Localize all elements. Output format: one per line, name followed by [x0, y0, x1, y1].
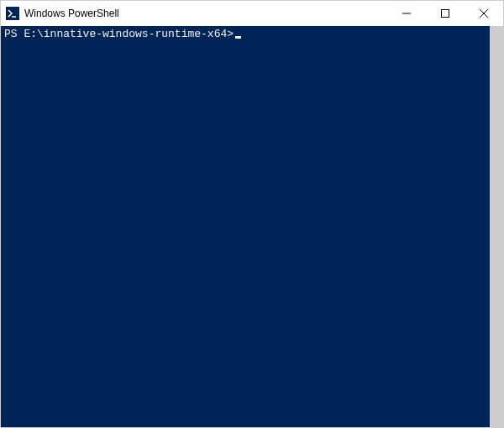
cursor-icon	[235, 36, 241, 39]
vertical-scrollbar[interactable]	[490, 26, 503, 427]
window-title: Windows PowerShell	[24, 8, 119, 19]
titlebar-left: Windows PowerShell	[1, 7, 119, 20]
prompt-text: PS E:\innative-windows-runtime-x64>	[4, 28, 234, 40]
terminal-content[interactable]: PS E:\innative-windows-runtime-x64>	[1, 26, 490, 427]
svg-rect-3	[442, 10, 449, 18]
close-button[interactable]	[465, 1, 503, 26]
powershell-icon	[6, 7, 19, 20]
minimize-button[interactable]	[387, 1, 426, 26]
terminal-area[interactable]: PS E:\innative-windows-runtime-x64>	[1, 26, 503, 427]
scrollbar-thumb[interactable]	[490, 26, 503, 427]
window-controls	[387, 1, 503, 26]
window-titlebar: Windows PowerShell	[1, 1, 503, 26]
maximize-button[interactable]	[426, 1, 465, 26]
